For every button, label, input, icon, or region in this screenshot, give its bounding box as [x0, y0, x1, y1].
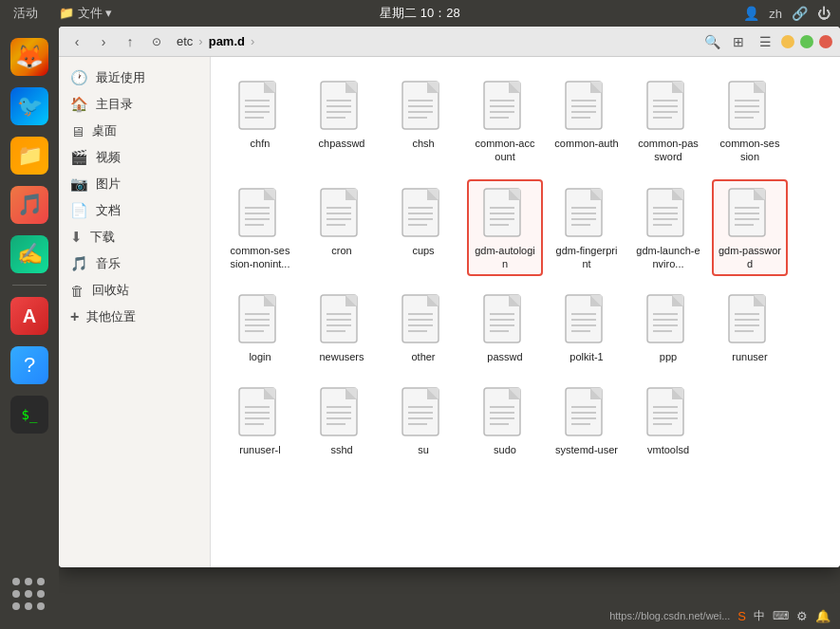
- network-status-icon[interactable]: 🔗: [792, 6, 808, 21]
- dock-item-files[interactable]: 📁: [7, 133, 52, 178]
- file-item-common-account[interactable]: common-account: [467, 72, 543, 170]
- file-icon-vmtoolsd: [644, 384, 693, 441]
- status-lang-zh[interactable]: 中: [754, 608, 765, 624]
- close-button[interactable]: [819, 35, 832, 48]
- maximize-button[interactable]: [800, 35, 813, 48]
- file-item-ppp[interactable]: ppp: [630, 286, 706, 369]
- file-icon-other: [399, 291, 448, 348]
- dock-item-firefox[interactable]: 🦊: [7, 34, 52, 80]
- file-manager-window: ‹ › ↑ ⊙ etc › pam.d › 🔍 ⊞ ☰ 🕐 最近使用: [59, 27, 840, 567]
- file-label-chpasswd: chpasswd: [319, 137, 365, 150]
- dock-item-music[interactable]: 🎵: [7, 182, 52, 228]
- dock-item-appgrid[interactable]: [7, 572, 52, 618]
- dock-item-thunderbird[interactable]: 🐦: [7, 83, 52, 129]
- file-item-common-auth[interactable]: common-auth: [549, 72, 625, 170]
- file-icon-gdm-launch-environ: [644, 185, 693, 242]
- file-item-passwd[interactable]: passwd: [467, 286, 543, 369]
- file-icon-systemd-user: [562, 384, 611, 441]
- home-icon: 🏠: [70, 96, 88, 113]
- recent-icon: 🕐: [70, 69, 88, 86]
- file-item-gdm-autologin[interactable]: gdm-autologin: [467, 179, 543, 277]
- sidebar-item-desktop[interactable]: 🖥 桌面: [59, 118, 210, 144]
- file-icon-common-session: [725, 78, 775, 135]
- nav-back-button[interactable]: ‹: [66, 31, 87, 52]
- network-icon[interactable]: 👤: [743, 6, 759, 21]
- dock-item-terminal[interactable]: $_: [7, 392, 52, 437]
- dock-item-appstore[interactable]: A: [7, 293, 52, 339]
- topbar-clock: 星期二 10：28: [380, 5, 460, 22]
- sidebar-item-other-locations[interactable]: + 其他位置: [59, 304, 210, 330]
- file-label-common-password: common-password: [636, 137, 700, 164]
- search-button[interactable]: 🔍: [701, 31, 722, 52]
- file-item-runuser-l[interactable]: runuser-l: [222, 379, 298, 462]
- file-item-runuser[interactable]: runuser: [712, 286, 788, 369]
- sidebar-label-recent: 最近使用: [96, 69, 145, 86]
- file-icon-sshd: [317, 384, 366, 441]
- file-menu-button[interactable]: 📁 文件 ▾: [55, 3, 116, 24]
- sidebar-item-videos[interactable]: 🎬 视频: [59, 144, 210, 171]
- file-label-sudo: sudo: [494, 443, 516, 456]
- nav-forward-button[interactable]: ›: [93, 31, 114, 52]
- file-item-chfn[interactable]: chfn: [222, 72, 298, 170]
- file-item-newusers[interactable]: newusers: [304, 286, 380, 369]
- status-icon-s: S: [737, 609, 746, 623]
- file-icon-runuser: [725, 291, 775, 348]
- file-item-vmtoolsd[interactable]: vmtoolsd: [630, 379, 706, 462]
- file-label-vmtoolsd: vmtoolsd: [647, 443, 689, 456]
- sidebar-label-other: 其他位置: [86, 308, 136, 325]
- dock-item-libreoffice[interactable]: ✍: [7, 231, 52, 277]
- file-label-runuser: runuser: [732, 350, 767, 363]
- file-label-su: su: [418, 443, 429, 456]
- file-item-chsh[interactable]: chsh: [385, 72, 461, 170]
- menu-button[interactable]: ☰: [755, 31, 775, 52]
- file-icon-chpasswd: [317, 78, 366, 135]
- file-item-cron[interactable]: cron: [304, 179, 380, 277]
- nav-up-button[interactable]: ↑: [120, 31, 140, 52]
- sidebar-item-trash[interactable]: 🗑 回收站: [59, 277, 210, 304]
- file-item-sudo[interactable]: sudo: [467, 379, 543, 462]
- status-settings-icon[interactable]: ⚙: [796, 609, 808, 623]
- minimize-button[interactable]: [781, 35, 794, 48]
- file-item-common-session[interactable]: common-session: [712, 72, 788, 170]
- file-item-gdm-password[interactable]: gdm-password: [712, 179, 788, 277]
- breadcrumb-pamd[interactable]: pam.d: [205, 32, 249, 50]
- sidebar-item-recent[interactable]: 🕐 最近使用: [59, 65, 210, 91]
- file-item-su[interactable]: su: [385, 379, 461, 462]
- sidebar-item-pictures[interactable]: 📷 图片: [59, 171, 210, 197]
- view-toggle-button[interactable]: ⊞: [728, 31, 749, 52]
- file-item-cups[interactable]: cups: [385, 179, 461, 277]
- file-label-gdm-password: gdm-password: [718, 244, 782, 271]
- topbar-left: 活动 📁 文件 ▾: [9, 3, 116, 24]
- file-grid: chfn chpasswd chsh common-account: [222, 72, 829, 463]
- status-keyboard-icon[interactable]: ⌨: [773, 609, 789, 622]
- file-item-common-session-nonint[interactable]: common-session-nonint...: [222, 179, 298, 277]
- file-label-cron: cron: [331, 244, 351, 257]
- file-item-other[interactable]: other: [385, 286, 461, 369]
- file-item-sshd[interactable]: sshd: [304, 379, 380, 462]
- fm-sidebar: 🕐 最近使用 🏠 主目录 🖥 桌面 🎬 视频 📷 图片 📄 文档: [59, 57, 211, 567]
- file-item-gdm-fingerprint[interactable]: gdm-fingerprint: [549, 179, 625, 277]
- sidebar-label-home: 主目录: [96, 96, 133, 113]
- dock-item-help[interactable]: ?: [7, 342, 52, 388]
- file-item-gdm-launch-environ[interactable]: gdm-launch-enviro...: [630, 179, 706, 277]
- activities-button[interactable]: 活动: [9, 3, 42, 24]
- file-item-common-password[interactable]: common-password: [630, 72, 706, 170]
- power-icon[interactable]: ⏻: [817, 6, 831, 21]
- file-item-polkit-1[interactable]: polkit-1: [549, 286, 625, 369]
- sidebar-item-documents[interactable]: 📄 文档: [59, 197, 210, 224]
- sidebar-item-downloads[interactable]: ⬇ 下载: [59, 224, 210, 250]
- file-item-systemd-user[interactable]: systemd-user: [549, 379, 625, 462]
- sidebar-item-music[interactable]: 🎵 音乐: [59, 250, 210, 277]
- file-icon-cups: [399, 185, 448, 242]
- file-item-chpasswd[interactable]: chpasswd: [304, 72, 380, 170]
- lang-indicator[interactable]: zh: [769, 7, 782, 21]
- file-item-login[interactable]: login: [222, 286, 298, 369]
- file-icon-su: [399, 384, 448, 441]
- file-label-common-session: common-session: [718, 137, 782, 164]
- nav-history-button[interactable]: ⊙: [146, 31, 167, 52]
- breadcrumb-separator: ›: [198, 34, 202, 48]
- breadcrumb-etc[interactable]: etc: [173, 32, 196, 50]
- sidebar-item-home[interactable]: 🏠 主目录: [59, 91, 210, 118]
- sidebar-label-music: 音乐: [96, 255, 121, 272]
- status-time-icon[interactable]: 🔔: [815, 609, 831, 623]
